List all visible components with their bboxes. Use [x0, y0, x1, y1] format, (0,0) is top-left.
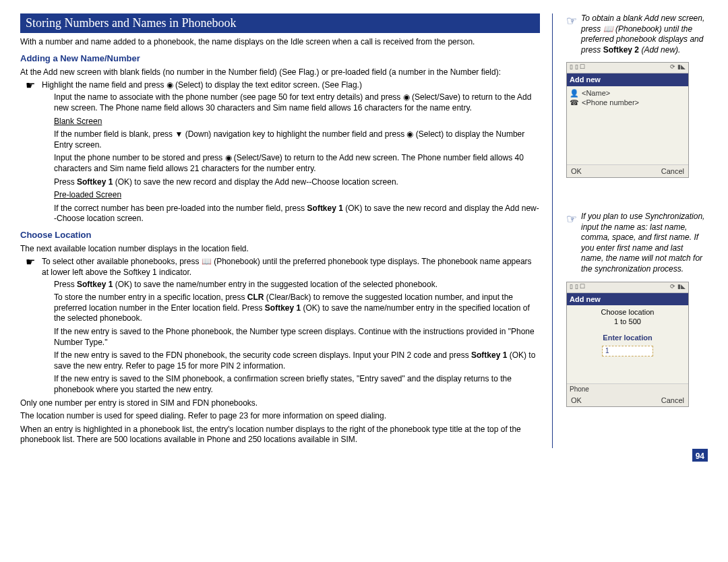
choose-p4: When an entry is highlighted in a phoneb… — [20, 425, 540, 445]
status-right-icons: ⟳ ▮◣ — [670, 63, 686, 72]
screen-body: Choose location 1 to 500 Enter location … — [567, 305, 688, 384]
page-number: 94 — [692, 449, 708, 462]
location-input[interactable]: 1 — [602, 346, 653, 356]
pointer-icon: ☛ — [26, 257, 35, 268]
section-heading-adding: Adding a New Name/Number — [20, 53, 540, 65]
status-left-icons: ▯ ▯ ☐ — [570, 283, 585, 292]
screen-title: Add new — [567, 293, 688, 305]
phone-screenshot-addnew-name: ▯ ▯ ☐ ⟳ ▮◣ Add new 👤 <Name> ☎ <Phone num… — [566, 62, 689, 178]
phone-field-row: ☎ <Phone number> — [570, 98, 686, 107]
enter-location-label: Enter location — [570, 333, 686, 342]
name-field-row: 👤 <Name> — [570, 88, 686, 98]
status-bar: ▯ ▯ ☐ ⟳ ▮◣ — [567, 282, 688, 293]
location-range: 1 to 500 — [570, 317, 686, 326]
bullet-text: To select other available phonebooks, pr… — [42, 257, 540, 278]
choose-p2: Only one number per entry is stored in S… — [20, 398, 540, 409]
softkey-cancel[interactable]: Cancel — [661, 396, 684, 405]
para-input-name: Input the name to associate with the pho… — [54, 92, 540, 113]
hand-icon: ☞ — [566, 13, 577, 29]
status-right-icons: ⟳ ▮◣ — [670, 283, 686, 292]
status-bar: ▯ ▯ ☐ ⟳ ▮◣ — [567, 63, 688, 73]
choose-p1: The next available location number displ… — [20, 244, 540, 255]
softkey-bar: OK Cancel — [567, 165, 688, 177]
note-synchronization: ☞ If you plan to use Synchronization, in… — [566, 212, 708, 275]
blank-para1: If the number field is blank, press ▼ (D… — [54, 129, 540, 150]
bullet-select-phonebooks: ☛ To select other available phonebooks, … — [20, 257, 540, 278]
sidebar: ☞ To obtain a blank Add new screen, pres… — [566, 13, 708, 448]
phonebook-type-label: Phone — [567, 384, 688, 394]
choose-b1a: Press Softkey 1 (OK) to save the name/nu… — [54, 280, 540, 290]
phone-icon: ☎ — [570, 98, 579, 107]
page-title: Storing Numbers and Names in Phonebook — [20, 13, 540, 33]
status-left-icons: ▯ ▯ ☐ — [570, 63, 585, 72]
preloaded-para1: If the correct number has been pre-loade… — [54, 204, 540, 224]
pointer-icon: ☛ — [26, 80, 35, 91]
note-text: To obtain a blank Add new screen, press … — [581, 13, 708, 55]
preloaded-screen-label: Pre-loaded Screen — [54, 190, 540, 201]
softkey-cancel[interactable]: Cancel — [661, 166, 684, 176]
intro-text: With a number and name added to a phoneb… — [20, 37, 540, 48]
bullet-highlight-name: ☛ Highlight the name field and press ◉ (… — [20, 80, 540, 91]
person-icon: 👤 — [570, 88, 579, 98]
choose-b1b: To store the number entry in a specific … — [54, 292, 540, 324]
choose-p3: The location number is used for speed di… — [20, 411, 540, 422]
choose-location-label: Choose location — [570, 307, 686, 317]
softkey-ok[interactable]: OK — [571, 396, 582, 405]
screen-body: 👤 <Name> ☎ <Phone number> — [567, 86, 688, 165]
section1-lead: At the Add new screen with blank fields … — [20, 67, 540, 78]
main-content: Storing Numbers and Names in Phonebook W… — [20, 13, 553, 448]
choose-b1d: If the new entry is saved to the FDN pho… — [54, 350, 540, 371]
blank-screen-label: Blank Screen — [54, 117, 540, 127]
phone-screenshot-choose-location: ▯ ▯ ☐ ⟳ ▮◣ Add new Choose location 1 to … — [566, 282, 689, 408]
bullet-text: Highlight the name field and press ◉ (Se… — [42, 80, 362, 91]
choose-b1e: If the new entry is saved to the SIM pho… — [54, 374, 540, 395]
phone-field-text: <Phone number> — [582, 98, 639, 107]
blank-para3: Press Softkey 1 (OK) to save the new rec… — [54, 177, 540, 188]
blank-para2: Input the phone number to be stored and … — [54, 153, 540, 174]
note-text: If you plan to use Synchronization, inpu… — [581, 212, 708, 275]
screen-title: Add new — [567, 73, 688, 86]
section-heading-choose: Choose Location — [20, 230, 540, 241]
softkey-bar: OK Cancel — [567, 394, 688, 406]
choose-b1c: If the new entry is saved to the Phone p… — [54, 327, 540, 348]
hand-icon: ☞ — [566, 212, 577, 227]
note-obtain-blank: ☞ To obtain a blank Add new screen, pres… — [566, 13, 708, 55]
name-field-text: <Name> — [582, 88, 610, 98]
softkey-ok[interactable]: OK — [571, 166, 582, 176]
